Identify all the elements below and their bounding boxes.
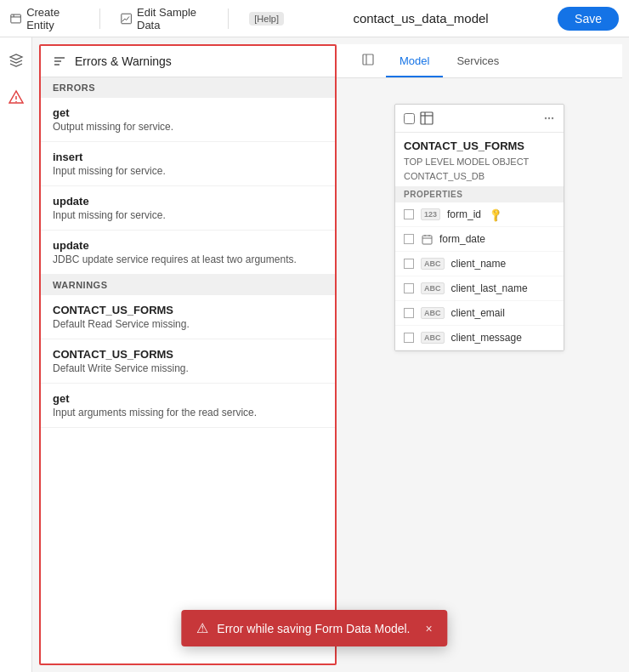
right-panel-tabs: Model Services — [337, 44, 622, 78]
error-item-2: insert Input missing for service. — [41, 142, 335, 186]
toolbar-left: Create Entity Edit Sample Data [Help] — [10, 6, 284, 31]
panel-body: ERRORS get Output missing for service. i… — [41, 77, 335, 663]
toolbar-divider-2 — [228, 9, 229, 29]
property-type-client-email: ABC — [421, 307, 445, 319]
error-title-3: update — [53, 195, 323, 208]
property-type-client-last-name: ABC — [421, 282, 445, 294]
warning-desc-3: Input arguments missing for the read ser… — [53, 407, 323, 419]
warning-icon — [8, 89, 24, 105]
entity-db: CONTACT_US_DB — [395, 169, 564, 186]
svg-rect-3 — [122, 14, 132, 24]
main-content: Errors & Warnings ERRORS get Output miss… — [0, 37, 629, 672]
svg-point-11 — [545, 117, 547, 119]
side-panel — [0, 37, 32, 672]
tab-model[interactable]: Model — [386, 46, 443, 77]
warning-item-2: CONTACT_US_FORMS Default Write Service m… — [41, 339, 335, 384]
layers-icon — [8, 52, 24, 67]
panel-header: Errors & Warnings — [41, 46, 335, 77]
entity-checkbox[interactable] — [404, 113, 415, 124]
property-row-form-id: 123 form_id 🔑 — [395, 202, 564, 227]
page-title: contact_us_data_model — [284, 11, 558, 26]
errors-section-header: ERRORS — [41, 77, 335, 98]
property-name-client-email: client_email — [451, 307, 505, 319]
warnings-section-header: WARNINGS — [41, 275, 335, 295]
error-desc-1: Output missing for service. — [53, 121, 323, 133]
create-entity-label: Create Entity — [26, 6, 79, 31]
property-checkbox-form-id[interactable] — [404, 209, 414, 219]
warning-title-2: CONTACT_US_FORMS — [53, 348, 323, 361]
key-icon-form-id: 🔑 — [488, 206, 504, 222]
edit-sample-data-button[interactable]: Edit Sample Data — [121, 6, 208, 31]
warning-item-3: get Input arguments missing for the read… — [41, 384, 335, 428]
property-checkbox-client-name[interactable] — [404, 259, 414, 269]
svg-rect-14 — [422, 236, 432, 244]
svg-point-13 — [552, 117, 553, 119]
warning-title-1: CONTACT_US_FORMS — [53, 304, 323, 316]
property-name-client-last-name: client_last_name — [451, 282, 528, 294]
error-item-3: update Input missing for service. — [41, 186, 335, 231]
right-content: CONTACT_US_FORMS TOP LEVEL MODEL OBJECT … — [337, 78, 622, 665]
warnings-list: CONTACT_US_FORMS Default Read Service mi… — [41, 295, 335, 428]
entity-card-header — [395, 105, 564, 133]
property-checkbox-form-date[interactable] — [404, 234, 414, 244]
warning-title-3: get — [53, 392, 323, 405]
right-panel: Model Services — [337, 44, 622, 665]
entity-more-icon[interactable] — [543, 112, 555, 124]
error-desc-3: Input missing for service. — [53, 209, 323, 221]
layers-icon-button[interactable] — [3, 46, 30, 73]
help-button[interactable]: [Help] — [249, 12, 284, 26]
toolbar-divider-1 — [99, 9, 100, 29]
warning-desc-2: Default Write Service missing. — [53, 362, 323, 374]
svg-point-5 — [15, 101, 17, 103]
create-entity-icon — [10, 12, 21, 26]
toast-close-button[interactable]: × — [426, 622, 433, 635]
properties-list: 123 form_id 🔑 — [395, 202, 564, 350]
svg-point-12 — [548, 117, 550, 119]
property-name-form-id: form_id — [447, 208, 481, 220]
property-name-client-name: client_name — [451, 258, 507, 270]
svg-rect-8 — [421, 112, 433, 124]
entity-table-icon — [420, 111, 434, 125]
error-desc-2: Input missing for service. — [53, 165, 323, 177]
toolbar-right: Save — [558, 7, 619, 31]
property-row-client-message: ABC client_message — [395, 326, 564, 350]
property-type-client-message: ABC — [421, 332, 445, 344]
edit-sample-data-label: Edit Sample Data — [137, 6, 207, 31]
entity-card-header-left — [404, 111, 434, 125]
property-row-client-email: ABC client_email — [395, 301, 564, 326]
entity-name: CONTACT_US_FORMS — [395, 133, 564, 154]
property-name-form-date: form_date — [439, 233, 485, 245]
svg-rect-0 — [11, 14, 21, 23]
errors-list: get Output missing for service. insert I… — [41, 98, 335, 275]
warning-item-1: CONTACT_US_FORMS Default Read Service mi… — [41, 295, 335, 339]
property-name-client-message: client_message — [451, 332, 522, 344]
entity-card: CONTACT_US_FORMS TOP LEVEL MODEL OBJECT … — [394, 104, 564, 351]
property-type-client-name: ABC — [421, 258, 445, 270]
error-item-4: update JDBC update service requires at l… — [41, 231, 335, 275]
create-entity-button[interactable]: Create Entity — [10, 6, 79, 31]
property-icon-form-date — [421, 233, 433, 245]
property-checkbox-client-email[interactable] — [404, 308, 414, 318]
save-button[interactable]: Save — [558, 7, 619, 31]
tab-services[interactable]: Services — [443, 46, 513, 77]
warning-icon-button[interactable] — [3, 83, 30, 111]
property-checkbox-client-message[interactable] — [404, 333, 414, 343]
entity-meta: TOP LEVEL MODEL OBJECT — [395, 154, 564, 169]
error-desc-4: JDBC update service requires at least tw… — [53, 253, 323, 265]
property-row-client-last-name: ABC client_last_name — [395, 276, 564, 301]
error-item-1: get Output missing for service. — [41, 98, 335, 142]
collapse-button[interactable] — [350, 47, 386, 75]
svg-rect-6 — [363, 54, 373, 65]
property-type-form-id: 123 — [421, 208, 440, 220]
toast-container: ⚠ Error while saving Form Data Model. × — [181, 610, 447, 646]
entity-properties-header: PROPERTIES — [395, 186, 564, 202]
collapse-icon — [362, 54, 374, 65]
property-checkbox-client-last-name[interactable] — [404, 283, 414, 293]
toast: ⚠ Error while saving Form Data Model. × — [181, 610, 447, 646]
warning-desc-1: Default Read Service missing. — [53, 318, 323, 330]
error-title-1: get — [53, 106, 323, 119]
property-row-form-date: form_date — [395, 227, 564, 252]
property-row-client-name: ABC client_name — [395, 252, 564, 276]
panel-title: Errors & Warnings — [75, 54, 172, 68]
error-title-4: update — [53, 239, 323, 252]
